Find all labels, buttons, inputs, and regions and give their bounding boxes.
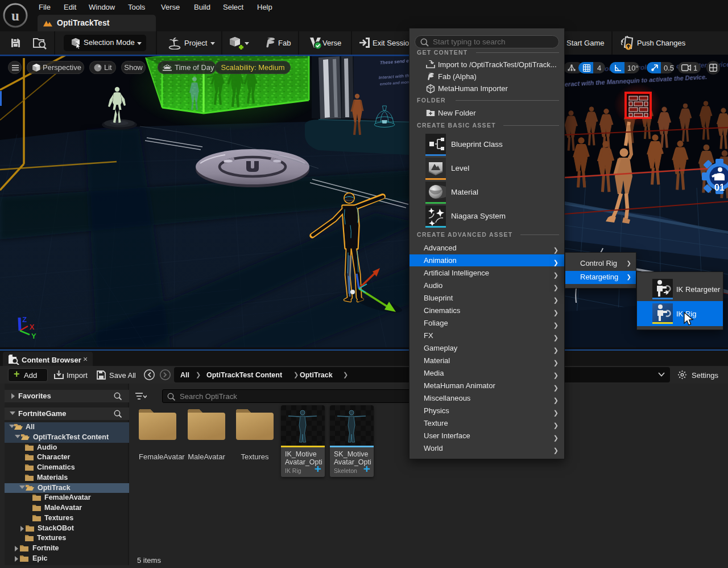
svg-text:01: 01	[714, 183, 725, 192]
svg-text:X: X	[30, 323, 35, 331]
svg-text:u: u	[11, 8, 19, 23]
svg-text:Y: Y	[31, 332, 36, 340]
svg-text:Z: Z	[22, 315, 27, 324]
